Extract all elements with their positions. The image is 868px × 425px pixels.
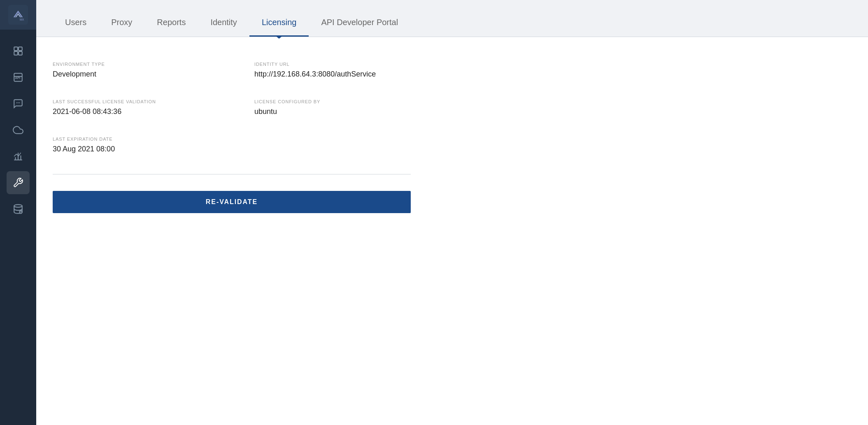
identity-url-value: http://192.168.64.3:8080/authService <box>254 70 423 79</box>
field-environment-type: ENVIRONMENT TYPE Development <box>53 62 221 79</box>
last-license-validation-label: LAST SUCCESSFUL LICENSE VALIDATION <box>53 99 221 104</box>
content-area: ENVIRONMENT TYPE Development IDENTITY UR… <box>36 37 868 425</box>
tab-proxy[interactable]: Proxy <box>99 0 144 37</box>
field-last-expiration-date: LAST EXPIRATION DATE 30 Aug 2021 08:00 <box>53 137 221 153</box>
svg-point-16 <box>14 204 22 207</box>
revalidate-button[interactable]: RE-VALIDATE <box>53 191 411 213</box>
svg-rect-4 <box>14 51 18 55</box>
field-license-configured-by: LICENSE CONFIGURED BY ubuntu <box>254 99 423 116</box>
last-expiration-date-value: 30 Aug 2021 08:00 <box>53 145 221 153</box>
sidebar-item-database[interactable] <box>7 197 30 221</box>
license-configured-by-value: ubuntu <box>254 107 423 116</box>
tab-api-developer-portal[interactable]: API Developer Portal <box>309 0 410 37</box>
sidebar-item-cloud[interactable] <box>7 118 30 142</box>
nav-tabs: Users Proxy Reports Identity Licensing A… <box>53 0 410 37</box>
sidebar-item-analytics[interactable] <box>7 145 30 168</box>
sidebar-navigation: API <box>0 36 36 224</box>
svg-point-9 <box>16 102 17 103</box>
sidebar-item-dashboard[interactable] <box>7 39 30 63</box>
sidebar-item-tools[interactable] <box>7 171 30 194</box>
svg-point-10 <box>18 102 19 103</box>
last-license-validation-value: 2021-06-08 08:43:36 <box>53 107 221 116</box>
svg-rect-2 <box>14 47 18 51</box>
info-grid: ENVIRONMENT TYPE Development IDENTITY UR… <box>53 62 423 153</box>
field-last-license-validation: LAST SUCCESSFUL LICENSE VALIDATION 2021-… <box>53 99 221 116</box>
svg-point-18 <box>20 212 21 213</box>
svg-rect-3 <box>19 47 22 51</box>
environment-type-label: ENVIRONMENT TYPE <box>53 62 221 67</box>
tab-users[interactable]: Users <box>53 0 99 37</box>
tab-licensing[interactable]: Licensing <box>249 0 309 37</box>
sidebar-item-api[interactable]: API <box>7 66 30 89</box>
svg-point-11 <box>19 102 20 103</box>
license-configured-by-label: LICENSE CONFIGURED BY <box>254 99 423 104</box>
sidebar-item-chat[interactable] <box>7 92 30 115</box>
identity-url-label: IDENTITY URL <box>254 62 423 67</box>
sidebar: MX API <box>0 0 36 425</box>
environment-type-value: Development <box>53 70 221 79</box>
tab-reports[interactable]: Reports <box>144 0 198 37</box>
top-navigation: Users Proxy Reports Identity Licensing A… <box>36 0 868 37</box>
svg-rect-5 <box>19 51 22 55</box>
sidebar-logo: MX <box>0 0 36 30</box>
field-identity-url: IDENTITY URL http://192.168.64.3:8080/au… <box>254 62 423 79</box>
main-content: Users Proxy Reports Identity Licensing A… <box>36 0 868 425</box>
app-logo[interactable]: MX <box>8 5 28 25</box>
section-divider <box>53 174 411 174</box>
last-expiration-date-label: LAST EXPIRATION DATE <box>53 137 221 142</box>
tab-identity[interactable]: Identity <box>198 0 249 37</box>
svg-text:MX: MX <box>20 18 24 21</box>
